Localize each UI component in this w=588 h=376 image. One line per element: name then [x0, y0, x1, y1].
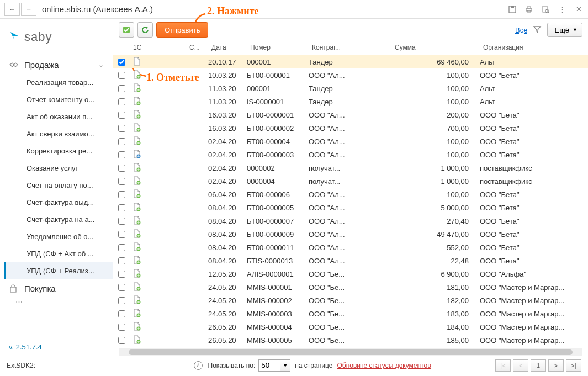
table-row[interactable]: 08.04.20БТ00-0000011ООО "Ал...552,00ООО … [113, 241, 588, 254]
sidebar-item[interactable]: Счет-фактура на а... [4, 211, 113, 228]
row-checkbox[interactable] [118, 165, 125, 172]
table-body[interactable]: 20.10.17000001Тандер69 460,00Альт10.03.2… [113, 55, 588, 348]
table-row[interactable]: 02.04.200000002получат...1 000,00поставщ… [113, 161, 588, 174]
row-checkbox[interactable] [118, 271, 125, 278]
prev-page-button[interactable]: < [513, 359, 528, 372]
row-checkbox[interactable] [118, 204, 125, 211]
sidebar: saby Продажа ⌄ Реализация товар...Отчет … [0, 19, 113, 356]
table-row[interactable]: 02.04.200000004получат...1 000,00поставщ… [113, 174, 588, 188]
row-checkbox[interactable] [118, 191, 125, 198]
row-checkbox[interactable] [118, 85, 125, 92]
first-page-button[interactable]: |< [495, 359, 511, 372]
all-filter-link[interactable]: Все [515, 26, 527, 34]
info-icon[interactable]: i [194, 361, 203, 370]
row-checkbox[interactable] [118, 297, 125, 304]
table-row[interactable]: 12.05.20АЛIS-0000001ООО "Бе...6 900,00ОО… [113, 267, 588, 280]
row-checkbox[interactable] [118, 178, 125, 185]
table-row[interactable]: 06.04.20БТ00-000006ООО "Ал...100,00ООО "… [113, 188, 588, 201]
table-row[interactable]: 24.05.20ММIS-000001ООО "Бе...181,00ООО "… [113, 280, 588, 294]
close-icon[interactable]: ✕ [574, 4, 584, 14]
search-doc-icon[interactable] [541, 4, 550, 14]
sidebar-more[interactable]: ⋯ [0, 298, 113, 306]
row-checkbox[interactable] [118, 337, 125, 344]
update-status-link[interactable]: Обновите статусы документов [337, 362, 431, 369]
col-date[interactable]: Дата [208, 41, 247, 55]
row-checkbox[interactable] [118, 218, 125, 225]
select-all-button[interactable] [119, 22, 134, 38]
sidebar-item[interactable]: УПД (СФ + Реализ... [4, 262, 113, 279]
sidebar-item[interactable]: Уведомление об о... [4, 228, 113, 245]
table-row[interactable]: 11.03.20IS-0000001Тандер100,00Альт [113, 95, 588, 108]
row-checkbox[interactable] [118, 324, 125, 331]
filter-icon[interactable] [533, 25, 542, 35]
forward-button[interactable]: → [21, 3, 36, 16]
section-sales[interactable]: Продажа ⌄ [0, 55, 113, 74]
table-row[interactable]: 26.05.20ММIS-000004ООО "Бе...184,00ООО "… [113, 320, 588, 333]
col-sum[interactable]: Сумма [391, 41, 480, 55]
row-checkbox[interactable] [118, 138, 125, 145]
print-icon[interactable] [524, 4, 534, 14]
table-row[interactable]: 08.04.20БТ00-0000005ООО "Ал...5 000,00ОО… [113, 201, 588, 214]
table-row[interactable]: 16.03.20БТ00-0000002ООО "Ал...700,00ООО … [113, 121, 588, 135]
cell-date: 08.04.20 [205, 202, 243, 214]
bird-icon [9, 30, 20, 44]
refresh-button[interactable] [137, 22, 153, 38]
row-checkbox[interactable] [118, 257, 125, 264]
back-button[interactable]: ← [4, 3, 20, 16]
table-row[interactable]: 20.10.17000001Тандер69 460,00Альт [113, 55, 588, 68]
row-checkbox[interactable] [118, 72, 125, 79]
sidebar-item[interactable]: Акт об оказании п... [4, 108, 113, 125]
table-row[interactable]: 08.04.20БТIS-0000013ООО "Ал...22,48ООО "… [113, 254, 588, 267]
current-page-button[interactable]: 1 [531, 359, 546, 372]
row-checkbox[interactable] [118, 125, 125, 132]
table-row[interactable]: 02.04.20БТ00-000004ООО "Ал...100,00ООО "… [113, 135, 588, 148]
cell-sum: 100,00 [388, 96, 476, 108]
sidebar-item[interactable]: Корректировка ре... [4, 142, 113, 160]
save-icon[interactable] [507, 4, 517, 14]
horizontal-scrollbar[interactable] [119, 348, 582, 356]
col-number[interactable]: Номер [247, 41, 309, 55]
last-page-button[interactable]: >| [566, 359, 581, 372]
row-checkbox[interactable] [118, 59, 125, 66]
cell-sum: 100,00 [388, 149, 476, 161]
col-status[interactable]: С... [186, 41, 208, 55]
sidebar-item[interactable]: УПД (СФ + Акт об ... [4, 245, 113, 262]
section-purchase[interactable]: Покупка [0, 279, 113, 298]
sidebar-item[interactable]: Реализация товар... [4, 74, 113, 91]
sidebar-item[interactable]: Отчет комитенту о... [4, 91, 113, 108]
table-row[interactable]: 26.05.20ММIS-000005ООО "Бе...185,00ООО "… [113, 333, 588, 347]
row-checkbox[interactable] [118, 98, 125, 105]
cell-contractor: ООО "Ал... [305, 241, 388, 254]
row-checkbox[interactable] [118, 310, 125, 317]
table-row[interactable]: 16.03.20БТ00-0000001ООО "Ал...200,00ООО … [113, 108, 588, 121]
row-checkbox[interactable] [118, 231, 125, 238]
col-org[interactable]: Организация [480, 41, 588, 55]
row-checkbox[interactable] [118, 244, 125, 251]
cell-org: Альт [476, 56, 588, 68]
more-button[interactable]: Ещё▼ [547, 23, 582, 37]
row-checkbox[interactable] [118, 151, 125, 158]
sidebar-item[interactable]: Акт сверки взаимо... [4, 125, 113, 142]
send-button[interactable]: Отправить [156, 22, 208, 38]
sidebar-item[interactable]: Оказание услуг [4, 160, 113, 177]
row-checkbox[interactable] [118, 284, 125, 291]
row-checkbox[interactable] [118, 112, 125, 119]
per-page-input[interactable] [258, 359, 280, 372]
table-row[interactable]: 24.05.20ММIS-000003ООО "Бе...183,00ООО "… [113, 307, 588, 320]
col-1c[interactable]: 1С [130, 41, 186, 55]
table-row[interactable]: 10.03.20БТ00-000001ООО "Ал...100,00ООО "… [113, 68, 588, 82]
per-page-dropdown[interactable]: ▼ [280, 359, 290, 372]
svg-rect-3 [527, 7, 531, 8]
sidebar-item[interactable]: Счет-фактура выд... [4, 194, 113, 211]
kebab-icon[interactable]: ⋮ [557, 4, 567, 14]
col-contractor[interactable]: Контраг... [309, 41, 391, 55]
table-row[interactable]: 02.04.20БТ00-0000003ООО "Ал...100,00ООО … [113, 148, 588, 161]
next-page-button[interactable]: > [548, 359, 564, 372]
table-row[interactable]: 08.04.20БТ00-0000007ООО "Ал...270,40ООО … [113, 214, 588, 227]
doc-icon [133, 295, 141, 304]
sidebar-item[interactable]: Счет на оплату по... [4, 177, 113, 194]
table-row[interactable]: 11.03.20000001Тандер100,00Альт [113, 82, 588, 95]
table-row[interactable]: 24.05.20ММIS-000002ООО "Бе...182,00ООО "… [113, 294, 588, 307]
table-row[interactable]: 08.04.20БТ00-0000009ООО "Ал...49 470,00О… [113, 227, 588, 241]
bag-icon [9, 284, 20, 293]
